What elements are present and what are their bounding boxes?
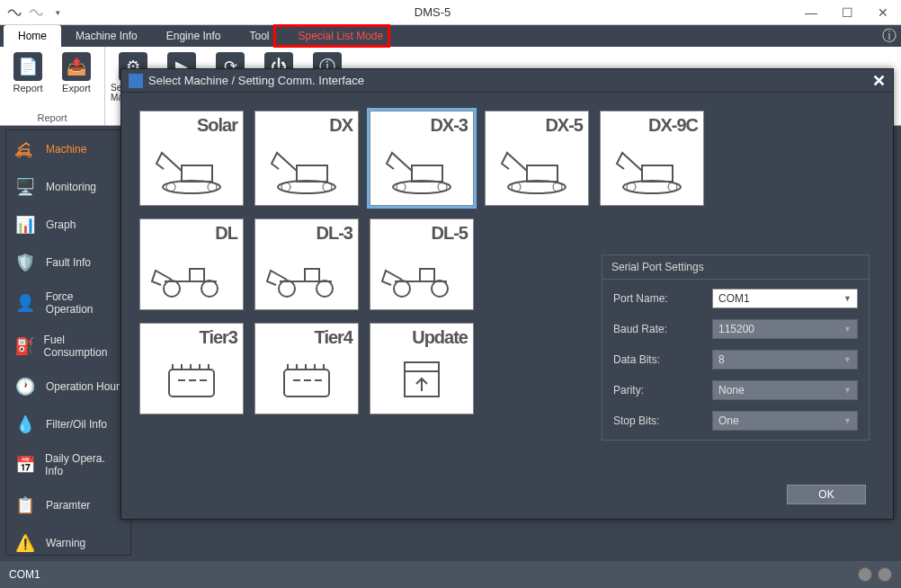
tab-engine-info[interactable]: Engine Info xyxy=(152,25,236,47)
graph-icon: 📊 xyxy=(13,215,37,235)
label-baud-rate: Baud Rate: xyxy=(613,323,712,335)
machine-card-tier3[interactable]: Tier3 xyxy=(139,323,244,414)
sidebar-item-filter[interactable]: 💧Filter/Oil Info xyxy=(6,405,130,443)
clipboard-icon: 📋 xyxy=(13,495,37,515)
dialog-title-text: Select Machine / Setting Comm. Interface xyxy=(148,74,364,87)
parity-select[interactable]: None▼ xyxy=(712,380,858,400)
loader-icon xyxy=(376,244,468,306)
ribbon-group-report: 📄 Report 📤 Export Report xyxy=(0,47,105,125)
machine-card-update[interactable]: Update xyxy=(370,323,474,414)
quick-access-toolbar: ▾ xyxy=(0,4,72,22)
card-label: Update xyxy=(376,327,468,348)
dialog-close-button[interactable]: ✕ xyxy=(872,71,886,91)
excavator-icon xyxy=(491,136,583,201)
shield-icon: 🛡️ xyxy=(13,253,37,272)
sidebar-label: Daily Opera. Info xyxy=(45,452,123,477)
svg-rect-11 xyxy=(412,165,442,182)
machine-card-dx9c[interactable]: DX-9C xyxy=(600,111,704,206)
sidebar-label: Machine xyxy=(46,143,86,156)
sidebar-item-fault[interactable]: 🛡️Fault Info xyxy=(6,244,130,281)
qat-btn-1[interactable] xyxy=(5,4,23,22)
window-title: DMS-5 xyxy=(72,5,793,19)
qat-dropdown[interactable]: ▾ xyxy=(49,4,67,22)
svg-point-27 xyxy=(432,281,448,297)
sidebar-label: Filter/Oil Info xyxy=(46,418,107,431)
machine-card-dx5[interactable]: DX-5 xyxy=(485,111,589,206)
card-label: Solar xyxy=(146,115,237,136)
port-name-select[interactable]: COM1▼ xyxy=(712,289,858,308)
svg-rect-19 xyxy=(642,165,673,182)
engine-icon xyxy=(146,348,237,410)
maximize-button[interactable]: ☐ xyxy=(829,0,865,25)
tab-home[interactable]: Home xyxy=(4,25,61,47)
group-label-report: Report xyxy=(5,112,99,123)
dialog-titlebar: Select Machine / Setting Comm. Interface… xyxy=(121,69,893,93)
sidebar-label: Monitoring xyxy=(46,181,96,193)
label-stop-bits: Stop Bits: xyxy=(613,414,712,427)
status-port: COM1 xyxy=(9,568,40,581)
svg-point-23 xyxy=(201,281,218,297)
sidebar-item-force[interactable]: 👤Force Operation xyxy=(6,281,130,325)
monitor-icon: 🖥️ xyxy=(13,177,37,197)
sidebar-item-operation-hour[interactable]: 🕐Operation Hour xyxy=(6,368,130,405)
machine-card-tier4[interactable]: Tier4 xyxy=(254,323,359,414)
svg-point-8 xyxy=(281,183,290,192)
sidebar-item-monitoring[interactable]: 🖥️Monitoring xyxy=(6,168,130,206)
person-icon: 👤 xyxy=(13,293,37,313)
select-machine-dialog: Select Machine / Setting Comm. Interface… xyxy=(120,68,894,520)
baud-rate-select[interactable]: 115200▼ xyxy=(712,319,858,339)
status-indicators xyxy=(858,567,892,582)
update-icon xyxy=(376,348,468,410)
card-label: DX-9C xyxy=(606,115,698,136)
qat-btn-2[interactable] xyxy=(27,4,45,22)
card-label: DX-3 xyxy=(376,115,468,136)
svg-point-26 xyxy=(394,281,410,297)
loader-icon xyxy=(261,244,352,306)
ok-button[interactable]: OK xyxy=(787,485,866,504)
card-label: DX xyxy=(261,115,352,136)
label-parity: Parity: xyxy=(613,384,712,396)
tab-machine-info[interactable]: Machine Info xyxy=(61,25,152,47)
machine-card-dl3[interactable]: DL-3 xyxy=(254,218,359,310)
help-icon[interactable]: ⓘ xyxy=(878,25,901,47)
machine-card-dx[interactable]: DX xyxy=(254,111,359,206)
card-label: DL-3 xyxy=(261,223,352,244)
card-label: Tier4 xyxy=(261,327,352,348)
excavator-icon xyxy=(13,139,37,159)
svg-rect-15 xyxy=(527,165,558,182)
export-button[interactable]: 📤 Export xyxy=(54,49,99,94)
svg-rect-3 xyxy=(182,165,212,182)
svg-point-17 xyxy=(553,183,562,192)
serial-port-settings-panel: Serial Port Settings Port Name: COM1▼ Ba… xyxy=(602,254,870,441)
sidebar-item-machine[interactable]: Machine xyxy=(6,130,130,168)
sidebar-item-daily[interactable]: 📅Daily Opera. Info xyxy=(6,443,130,486)
sidebar-item-parameter[interactable]: 📋Paramter xyxy=(6,486,130,524)
machine-card-solar[interactable]: Solar xyxy=(139,111,244,206)
sidebar-label: Operation Hour xyxy=(46,380,120,393)
machine-card-dl5[interactable]: DL-5 xyxy=(370,218,474,310)
machine-card-dx3[interactable]: DX-3 xyxy=(370,111,474,206)
excavator-icon xyxy=(376,136,468,201)
stop-bits-select[interactable]: One▼ xyxy=(712,411,858,431)
sidebar-item-warning[interactable]: ⚠️Warning xyxy=(6,524,130,562)
svg-rect-7 xyxy=(297,165,327,182)
fuel-icon: ⛽ xyxy=(13,336,35,356)
svg-point-20 xyxy=(627,183,636,192)
svg-point-16 xyxy=(512,183,521,192)
report-icon: 📄 xyxy=(13,52,42,81)
card-label: Tier3 xyxy=(146,327,237,348)
data-bits-select[interactable]: 8▼ xyxy=(712,350,858,370)
loader-icon xyxy=(146,244,237,306)
sidebar-item-graph[interactable]: 📊Graph xyxy=(6,206,130,244)
sidebar-label: Warning xyxy=(46,537,85,549)
svg-point-12 xyxy=(397,183,406,192)
settings-panel-title: Serial Port Settings xyxy=(602,255,869,280)
report-button[interactable]: 📄 Report xyxy=(5,49,50,94)
statusbar: COM1 xyxy=(0,561,901,588)
warning-icon: ⚠️ xyxy=(13,533,37,553)
machine-card-dl[interactable]: DL xyxy=(139,218,244,310)
close-button[interactable]: ✕ xyxy=(865,0,901,25)
minimize-button[interactable]: ― xyxy=(793,0,829,25)
export-label: Export xyxy=(62,83,91,94)
sidebar-item-fuel[interactable]: ⛽Fuel Consumption xyxy=(6,325,130,368)
